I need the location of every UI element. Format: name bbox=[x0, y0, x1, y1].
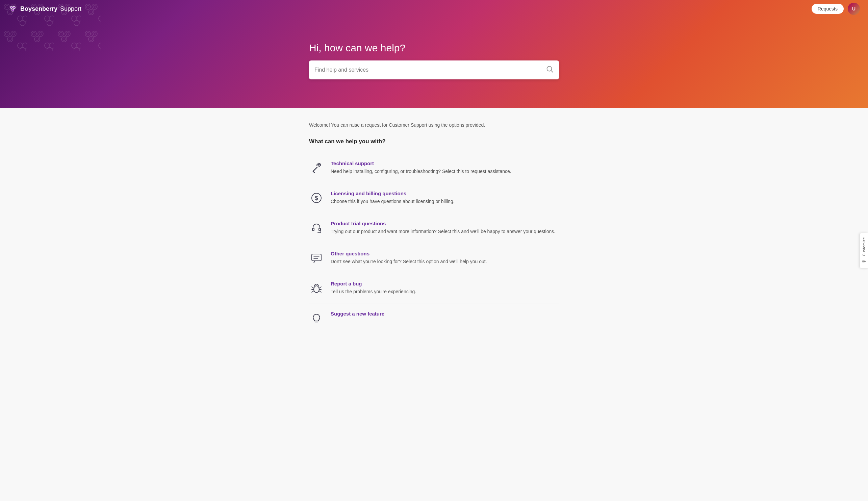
svg-point-3 bbox=[11, 7, 12, 9]
headset-icon bbox=[309, 221, 324, 235]
service-list: Technical support Need help installing, … bbox=[309, 153, 559, 333]
service-desc-licensing-billing: Choose this if you have questions about … bbox=[330, 198, 559, 205]
service-title-licensing-billing: Licensing and billing questions bbox=[330, 191, 559, 196]
customize-label: Customize bbox=[862, 237, 866, 256]
service-text-technical-support: Technical support Need help installing, … bbox=[330, 160, 559, 175]
svg-line-27 bbox=[312, 287, 314, 288]
search-icon[interactable] bbox=[546, 65, 554, 75]
service-title-other-questions: Other questions bbox=[330, 250, 559, 256]
lightbulb-icon bbox=[309, 311, 324, 326]
requests-button[interactable]: Requests bbox=[812, 4, 844, 14]
svg-point-4 bbox=[13, 7, 15, 9]
svg-line-29 bbox=[312, 291, 314, 292]
service-text-other-questions: Other questions Don't see what you're lo… bbox=[330, 250, 559, 265]
service-title-report-bug: Report a bug bbox=[330, 281, 559, 287]
dollar-icon: $ bbox=[309, 191, 324, 205]
svg-point-5 bbox=[12, 9, 14, 11]
hero-content: Hi, how can we help? bbox=[302, 42, 566, 79]
service-title-suggest-feature: Suggest a new feature bbox=[330, 311, 559, 317]
service-item-technical-support[interactable]: Technical support Need help installing, … bbox=[309, 153, 559, 183]
service-title-technical-support: Technical support bbox=[330, 160, 559, 166]
header: Boysenberry Support Requests U bbox=[0, 0, 868, 18]
search-input[interactable] bbox=[314, 67, 546, 73]
service-text-licensing-billing: Licensing and billing questions Choose t… bbox=[330, 191, 559, 205]
service-desc-report-bug: Tell us the problems you're experiencing… bbox=[330, 288, 559, 295]
service-text-suggest-feature: Suggest a new feature bbox=[330, 311, 559, 318]
service-text-product-trial: Product trial questions Trying out our p… bbox=[330, 221, 559, 235]
service-item-report-bug[interactable]: Report a bug Tell us the problems you're… bbox=[309, 273, 559, 303]
customize-sidebar[interactable]: Customize ✏ bbox=[859, 232, 868, 268]
section-title: What can we help you with? bbox=[309, 138, 559, 145]
logo-icon bbox=[8, 4, 18, 13]
main-content: Welcome! You can raise a request for Cus… bbox=[302, 108, 566, 353]
logo-brand: Boysenberry bbox=[20, 6, 57, 12]
svg-line-17 bbox=[551, 70, 553, 72]
service-text-report-bug: Report a bug Tell us the problems you're… bbox=[330, 281, 559, 295]
avatar-image: U bbox=[848, 3, 860, 15]
service-desc-product-trial: Trying out our product and want more inf… bbox=[330, 228, 559, 235]
customize-pencil-icon: ✏ bbox=[862, 259, 866, 264]
svg-line-30 bbox=[319, 287, 321, 288]
welcome-text: Welcome! You can raise a request for Cus… bbox=[309, 121, 559, 129]
header-right: Requests U bbox=[812, 3, 860, 15]
avatar[interactable]: U bbox=[848, 3, 860, 15]
logo-support: Support bbox=[60, 6, 82, 12]
service-item-suggest-feature[interactable]: Suggest a new feature bbox=[309, 303, 559, 333]
svg-text:$: $ bbox=[315, 195, 318, 201]
svg-line-32 bbox=[319, 291, 321, 292]
service-item-product-trial[interactable]: Product trial questions Trying out our p… bbox=[309, 213, 559, 243]
service-item-licensing-billing[interactable]: $ Licensing and billing questions Choose… bbox=[309, 183, 559, 213]
wrench-icon bbox=[309, 160, 324, 175]
search-box bbox=[309, 61, 559, 79]
chat-icon bbox=[309, 250, 324, 266]
service-desc-other-questions: Don't see what you're looking for? Selec… bbox=[330, 258, 559, 265]
bug-icon bbox=[309, 281, 324, 296]
service-item-other-questions[interactable]: Other questions Don't see what you're lo… bbox=[309, 243, 559, 273]
service-desc-technical-support: Need help installing, configuring, or tr… bbox=[330, 168, 559, 175]
service-title-product-trial: Product trial questions bbox=[330, 221, 559, 226]
svg-point-26 bbox=[314, 286, 319, 292]
logo[interactable]: Boysenberry Support bbox=[8, 4, 82, 13]
svg-rect-23 bbox=[312, 254, 321, 261]
svg-line-18 bbox=[313, 171, 314, 173]
hero-title: Hi, how can we help? bbox=[309, 42, 559, 54]
